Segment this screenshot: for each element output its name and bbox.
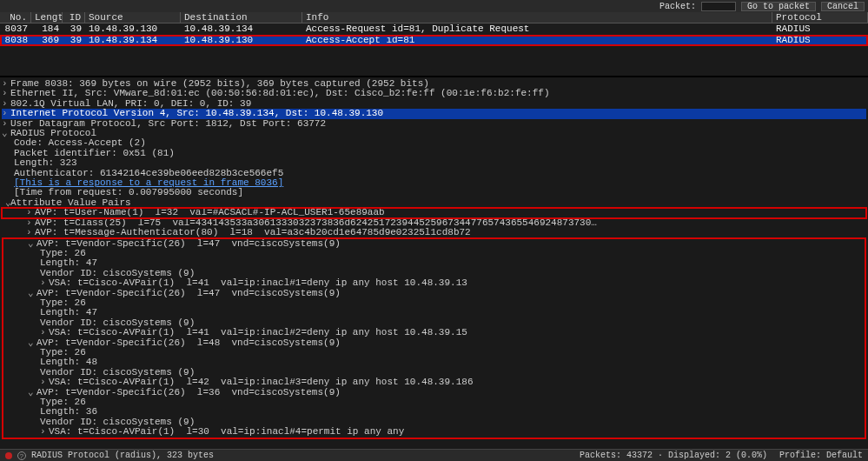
cell-source: 10.48.39.134 — [85, 35, 181, 46]
tree-avp-header[interactable]: Attribute Value Pairs — [10, 197, 131, 208]
cell-info: Access-Request id=81, Duplicate Request — [302, 23, 772, 35]
tree-vs3-vsa[interactable]: VSA: t=Cisco-AVPair(1) l=42 val=ip:inacl… — [49, 377, 473, 387]
packet-details-tree[interactable]: ›Frame 8038: 369 bytes on wire (2952 bit… — [0, 77, 868, 449]
packet-list: No. Length ID Source Destination Info Pr… — [0, 12, 868, 77]
expand-icon[interactable]: › — [26, 208, 35, 217]
tree-vs2-vsa[interactable]: VSA: t=Cisco-AVPair(1) l=41 val=ip:inacl… — [49, 327, 467, 337]
tree-frame[interactable]: Frame 8038: 369 bytes on wire (2952 bits… — [10, 78, 429, 89]
packet-label: Packet: — [659, 2, 696, 11]
tree-avp-msgauth[interactable]: AVP: t=Message-Authenticator(80) l=18 va… — [35, 227, 471, 237]
col-destination[interactable]: Destination — [181, 12, 302, 23]
tree-vs2-len[interactable]: Length: 47 — [3, 307, 97, 317]
tree-avp-class[interactable]: AVP: t=Class(25) l=75 val=434143533a3061… — [35, 217, 597, 228]
tree-vs1-vid[interactable]: Vendor ID: ciscoSystems (9) — [3, 268, 195, 278]
expert-info-icon[interactable] — [5, 452, 12, 459]
cell-protocol: RADIUS — [772, 23, 868, 35]
tree-vs4-len[interactable]: Length: 36 — [3, 406, 97, 417]
cell-no: 8037 — [0, 23, 31, 35]
cell-length: 369 — [31, 35, 63, 46]
tree-vs1[interactable]: AVP: t=Vendor-Specific(26) l=47 vnd=cisc… — [36, 238, 341, 249]
tree-pktid[interactable]: Packet identifier: 0x51 (81) — [2, 148, 175, 158]
tree-response-link[interactable]: [This is a response to a request in fram… — [14, 177, 283, 188]
help-icon[interactable]: ? — [17, 451, 26, 460]
tree-vs1-type[interactable]: Type: 26 — [3, 248, 86, 258]
tree-authenticator[interactable]: Authenticator: 61342164ce39be06eed828b3c… — [2, 168, 283, 178]
tree-udp[interactable]: User Datagram Protocol, Src Port: 1812, … — [10, 118, 326, 129]
cell-destination: 10.48.39.134 — [181, 23, 302, 35]
cancel-button[interactable]: Cancel — [821, 2, 865, 11]
expand-icon[interactable]: › — [2, 109, 10, 118]
tree-vs2-type[interactable]: Type: 26 — [3, 297, 86, 308]
tree-vs4[interactable]: AVP: t=Vendor-Specific(26) l=36 vnd=cisc… — [36, 387, 341, 398]
status-left: RADIUS Protocol (radius), 323 bytes — [31, 451, 214, 460]
collapse-icon[interactable]: ⌄ — [2, 198, 10, 208]
expand-icon[interactable]: › — [40, 427, 49, 437]
packet-list-header: No. Length ID Source Destination Info Pr… — [0, 12, 868, 23]
col-source[interactable]: Source — [85, 12, 181, 23]
col-no[interactable]: No. — [0, 12, 31, 23]
tree-timefromreq[interactable]: [Time from request: 0.007995000 seconds] — [2, 187, 243, 197]
packet-list-empty-area[interactable] — [0, 46, 868, 76]
tree-vs2-vid[interactable]: Vendor ID: ciscoSystems (9) — [3, 317, 195, 328]
tree-vs4-vid[interactable]: Vendor ID: ciscoSystems (9) — [3, 417, 195, 427]
tree-vs3-vid[interactable]: Vendor ID: ciscoSystems (9) — [3, 367, 195, 377]
tree-vs1-len[interactable]: Length: 47 — [3, 257, 97, 268]
packet-number-input[interactable] — [701, 2, 736, 11]
cell-no: 8038 — [0, 35, 31, 46]
tree-radius[interactable]: RADIUS Protocol — [10, 128, 96, 138]
col-protocol[interactable]: Protocol — [772, 12, 868, 23]
tree-vs3[interactable]: AVP: t=Vendor-Specific(26) l=48 vnd=cisc… — [36, 337, 341, 348]
go-to-packet-bar: Packet: Go to packet Cancel — [0, 0, 868, 12]
status-profile[interactable]: Profile: Default — [779, 451, 863, 460]
col-id[interactable]: ID — [63, 12, 85, 23]
tree-vs3-len[interactable]: Length: 48 — [3, 357, 97, 367]
go-to-packet-button[interactable]: Go to packet — [741, 2, 816, 11]
cell-length: 184 — [31, 23, 63, 35]
tree-vs4-type[interactable]: Type: 26 — [3, 397, 86, 407]
cell-info: Access-Accept id=81 — [302, 35, 772, 46]
expand-icon[interactable]: › — [26, 228, 35, 237]
tree-vs2[interactable]: AVP: t=Vendor-Specific(26) l=47 vnd=cisc… — [36, 288, 341, 298]
tree-length[interactable]: Length: 323 — [2, 157, 77, 168]
tree-vs4-vsa[interactable]: VSA: t=Cisco-AVPair(1) l=30 val=ip:inacl… — [49, 426, 404, 437]
cell-protocol: RADIUS — [772, 35, 868, 46]
highlighted-avp-group: ⌄AVP: t=Vendor-Specific(26) l=47 vnd=cis… — [2, 237, 866, 439]
tree-avp-username[interactable]: AVP: t=User-Name(1) l=32 val=#ACSACL#-IP… — [35, 207, 385, 217]
col-info[interactable]: Info — [302, 12, 772, 23]
cell-id: 39 — [63, 35, 85, 46]
tree-code[interactable]: Code: Access-Accept (2) — [2, 137, 146, 148]
cell-id: 39 — [63, 23, 85, 35]
tree-vs3-type[interactable]: Type: 26 — [3, 347, 86, 357]
tree-vlan[interactable]: 802.1Q Virtual LAN, PRI: 0, DEI: 0, ID: … — [10, 98, 251, 109]
tree-ip[interactable]: Internet Protocol Version 4, Src: 10.48.… — [10, 108, 383, 118]
tree-ethernet[interactable]: Ethernet II, Src: VMware_8d:01:ec (00:50… — [10, 88, 550, 98]
cell-destination: 10.48.39.130 — [181, 35, 302, 46]
tree-vs1-vsa[interactable]: VSA: t=Cisco-AVPair(1) l=41 val=ip:inacl… — [49, 277, 467, 288]
status-packets: Packets: 43372 · Displayed: 2 (0.0%) — [580, 451, 767, 460]
status-bar: ? RADIUS Protocol (radius), 323 bytes Pa… — [0, 449, 868, 461]
table-row[interactable]: 80383693910.48.39.13410.48.39.130Access-… — [0, 35, 868, 46]
col-length[interactable]: Length — [31, 12, 63, 23]
table-row[interactable]: 80371843910.48.39.13010.48.39.134Access-… — [0, 23, 868, 35]
cell-source: 10.48.39.130 — [85, 23, 181, 35]
